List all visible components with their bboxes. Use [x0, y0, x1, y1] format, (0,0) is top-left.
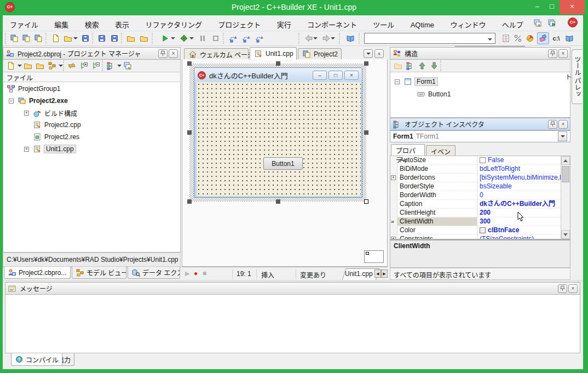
- tab-project2[interactable]: Project2: [298, 48, 342, 60]
- open-project-icon[interactable]: [125, 32, 137, 44]
- tree-node-projectgroup[interactable]: ProjectGroup1: [7, 84, 60, 93]
- close-icon[interactable]: ×: [568, 284, 578, 293]
- resize-handle-bottom-right[interactable]: [364, 199, 368, 204]
- macro-stop-icon[interactable]: ■: [203, 269, 206, 277]
- open-file-dropdown[interactable]: [73, 32, 78, 44]
- package-icon[interactable]: [46, 60, 58, 72]
- property-grid-scrollbar[interactable]: [561, 156, 570, 239]
- property-row[interactable]: BorderWidth 0: [390, 191, 561, 200]
- tool-palette-tab[interactable]: ツール パレット: [572, 49, 583, 104]
- new-unit-icon[interactable]: [50, 32, 62, 44]
- navigate-back-dropdown[interactable]: [313, 32, 318, 44]
- resize-handle-top-right[interactable]: [364, 61, 368, 66]
- tree-node-build-config[interactable]: ビルド構成: [33, 108, 77, 118]
- menu-window[interactable]: ウィンドウ: [443, 15, 493, 31]
- sort-dropdown[interactable]: [117, 60, 122, 72]
- coverage-pie-icon[interactable]: [524, 32, 536, 44]
- chevron-down-icon[interactable]: [558, 131, 567, 141]
- resize-handle-bottom-left[interactable]: [187, 199, 192, 204]
- close-icon[interactable]: ×: [169, 49, 178, 58]
- color-swatch[interactable]: [480, 227, 486, 233]
- structure-node-form1[interactable]: Form1: [403, 77, 438, 86]
- collapse-expander[interactable]: [9, 99, 14, 104]
- menu-run[interactable]: 実行: [270, 15, 298, 31]
- menu-aqtime[interactable]: AQtime: [403, 17, 441, 33]
- tab-compile[interactable]: コンパイル: [11, 353, 62, 366]
- trace-into-icon[interactable]: [227, 32, 239, 44]
- run-without-debug-icon[interactable]: [178, 32, 190, 44]
- file-column-header[interactable]: ファイル: [3, 72, 181, 82]
- resize-handle-bottom-center[interactable]: [276, 199, 280, 204]
- tab-properties[interactable]: プロパティ: [391, 144, 425, 156]
- save-as-icon[interactable]: [96, 32, 108, 44]
- property-row[interactable]: BorderStyle bsSizeable: [390, 182, 561, 191]
- form-maximize-button[interactable]: □: [328, 71, 343, 80]
- tab-unit1-cpp[interactable]: Unit1.cpp: [250, 47, 297, 60]
- sync-icon[interactable]: [66, 60, 78, 72]
- property-row[interactable]: AutoSize False: [390, 156, 561, 165]
- pin-icon[interactable]: [558, 284, 567, 293]
- new-project-icon[interactable]: [5, 60, 17, 72]
- run-dropdown[interactable]: [170, 32, 175, 44]
- save-all-icon[interactable]: [108, 32, 120, 44]
- drive-icon[interactable]: c:\: [550, 32, 562, 44]
- menu-refactoring[interactable]: リファクタリング: [138, 15, 209, 31]
- move-down-icon[interactable]: [428, 60, 440, 72]
- tab-model-view[interactable]: モデル ビュー: [72, 267, 126, 279]
- maximize-button[interactable]: □: [545, 0, 559, 14]
- structure-header[interactable]: 構造 ×: [390, 47, 570, 60]
- open-icon[interactable]: [34, 60, 46, 72]
- editor-tab-menu-button[interactable]: [364, 49, 373, 58]
- menu-help[interactable]: ヘルプ: [495, 15, 531, 31]
- object-selector-combobox[interactable]: Form1 TForm1: [390, 130, 570, 142]
- navigate-forward-dropdown[interactable]: [330, 32, 335, 44]
- add-to-project-icon[interactable]: [138, 32, 150, 44]
- tree-node-project-cpp[interactable]: Project2.cpp: [33, 120, 81, 129]
- property-row[interactable]: Caption dkさんのC++Builder入門: [390, 200, 561, 209]
- search-combobox[interactable]: [364, 33, 495, 44]
- property-row[interactable]: Color clBtnFace: [390, 226, 561, 235]
- form-client-area[interactable]: Button1: [197, 82, 361, 196]
- tab-data-explorer[interactable]: データ エクスプ...: [128, 267, 180, 279]
- menu-tools[interactable]: ツール: [366, 15, 401, 31]
- messages-body[interactable]: [5, 295, 580, 353]
- save-icon[interactable]: [79, 32, 91, 44]
- form-designer-surface[interactable]: dkさんのC++Builder入門 – □ × Button1: [182, 59, 388, 267]
- apply-layout-icon[interactable]: [546, 17, 558, 29]
- run-without-debug-dropdown[interactable]: [189, 32, 194, 44]
- step-over-icon[interactable]: [240, 32, 252, 44]
- move-up-icon[interactable]: [416, 60, 428, 72]
- menu-view[interactable]: 表示: [108, 15, 136, 31]
- checkbox[interactable]: [480, 157, 486, 163]
- form-minimize-button[interactable]: –: [313, 71, 327, 80]
- form-close-button[interactable]: ×: [344, 71, 359, 80]
- stop-icon[interactable]: [210, 32, 222, 44]
- help-icon[interactable]: [563, 32, 575, 44]
- scrollbar-thumb[interactable]: [562, 166, 569, 182]
- titlebar[interactable]: Project2 - C++Builder XE - Unit1.cpp – □…: [0, 0, 588, 15]
- save-layout-icon[interactable]: [532, 17, 544, 29]
- close-icon[interactable]: ×: [558, 120, 568, 129]
- highlight-eraser-icon[interactable]: [537, 32, 549, 44]
- add-new-icon[interactable]: [22, 60, 34, 72]
- designed-form[interactable]: dkさんのC++Builder入門 – □ × Button1: [194, 67, 362, 198]
- structure-node-button1[interactable]: Button1: [417, 90, 451, 99]
- tree-node-project-res[interactable]: Project2.res: [33, 133, 79, 141]
- resize-handle-mid-left[interactable]: [187, 130, 192, 135]
- expand-expander[interactable]: [391, 175, 396, 180]
- close-button[interactable]: ×: [560, 0, 585, 14]
- menu-search[interactable]: 検索: [78, 15, 106, 31]
- macro-record-icon[interactable]: ●: [194, 269, 198, 277]
- tab-events[interactable]: イベント: [426, 145, 456, 156]
- expand-expander[interactable]: [24, 111, 29, 116]
- property-row[interactable]: ClientHeight 200: [390, 209, 561, 217]
- new-items-icon[interactable]: [8, 32, 20, 44]
- structure-new-icon[interactable]: [392, 60, 404, 72]
- menu-project[interactable]: プロジェクト: [211, 15, 268, 31]
- pin-icon[interactable]: [548, 49, 557, 58]
- editor-tab-close-button[interactable]: ×: [374, 49, 384, 58]
- build-order-icon[interactable]: [122, 60, 134, 72]
- run-icon[interactable]: [159, 32, 171, 44]
- pause-icon[interactable]: [197, 32, 209, 44]
- scroll-down-icon[interactable]: [561, 230, 570, 239]
